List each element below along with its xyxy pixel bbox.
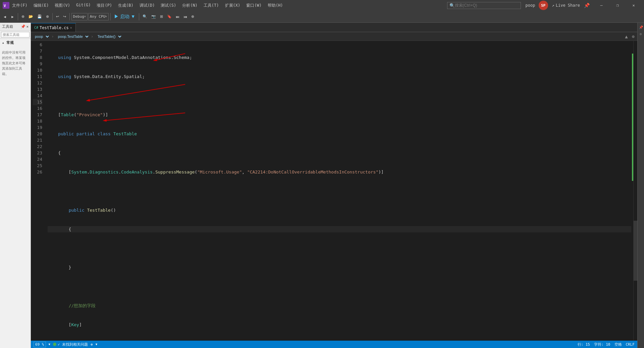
menu-window[interactable]: 窗口(W) bbox=[244, 1, 264, 10]
save-all-button[interactable]: ⊕ bbox=[44, 13, 51, 20]
debug-config-dropdown[interactable]: Debug ▼ bbox=[71, 13, 88, 20]
rs-pin-icon[interactable]: 📌 bbox=[638, 24, 644, 30]
code-line-18 bbox=[48, 283, 631, 290]
toolbar-separator-2 bbox=[52, 13, 53, 20]
toolbox-search-input[interactable] bbox=[1, 32, 30, 38]
live-share-icon: ↗ bbox=[552, 3, 554, 8]
code-editor[interactable]: 6 7 8 9 10 11 12 13 14 15 16 17 18 19 20… bbox=[31, 41, 637, 341]
expand-icon[interactable]: ⊕ bbox=[631, 34, 636, 39]
no-issues-label: ✓ 未找到相关问题 bbox=[58, 342, 88, 347]
search-input[interactable] bbox=[455, 3, 508, 8]
char-number-status[interactable]: 字符: 10 bbox=[594, 342, 610, 347]
code-line-16 bbox=[48, 245, 631, 252]
tab-testtable-label: TestTable.cs bbox=[40, 25, 69, 30]
line-numbers: 6 7 8 9 10 11 12 13 14 15 16 17 18 19 20… bbox=[31, 41, 44, 341]
minimap[interactable] bbox=[633, 41, 637, 341]
toolbox-close-icon[interactable]: ✕ bbox=[26, 24, 29, 29]
toolbar-separator-3 bbox=[69, 13, 70, 20]
code-lens-button[interactable]: ⊞ bbox=[158, 13, 165, 20]
snapshot-button[interactable]: 📷 bbox=[150, 13, 158, 20]
toolbox-empty-message: 此组中没有可用的控件。将某项拖至此文本可将其添加到工具箱。 bbox=[0, 48, 31, 79]
spaces-status[interactable]: 空格 bbox=[614, 342, 622, 347]
bookmark-button[interactable]: 🔖 bbox=[165, 13, 173, 20]
menu-build[interactable]: 生成(B) bbox=[115, 1, 136, 10]
search-icon: 🔍 bbox=[449, 3, 455, 8]
save-button[interactable]: 💾 bbox=[36, 13, 44, 20]
search-box[interactable]: 🔍 bbox=[447, 2, 521, 9]
code-line-10: public partial class TestTable bbox=[48, 131, 631, 137]
open-button[interactable]: 📂 bbox=[27, 13, 35, 20]
close-button[interactable]: ✕ bbox=[626, 0, 641, 11]
ok-icon bbox=[53, 343, 56, 346]
right-sidebar: 📌 ⚙ bbox=[637, 23, 644, 348]
user-avatar[interactable]: SP bbox=[539, 1, 548, 10]
project-title: poop bbox=[526, 3, 535, 8]
window-controls: — ❐ ✕ bbox=[594, 0, 641, 11]
method-select[interactable]: TestTable() bbox=[95, 33, 122, 40]
toolbox-section-header[interactable]: ▴ 常规 bbox=[2, 40, 29, 45]
zoom-dropdown-icon[interactable]: ▼ bbox=[49, 343, 50, 346]
new-button[interactable]: ⊕ bbox=[20, 13, 26, 20]
menu-file[interactable]: 文件(F) bbox=[9, 1, 30, 10]
code-header-right: ▲ ⊕ bbox=[624, 34, 636, 39]
menu-test[interactable]: 测试(S) bbox=[158, 1, 179, 10]
tab-bar: C# TestTable.cs ✕ bbox=[31, 23, 637, 32]
code-line-6: using System.ComponentModel.DataAnnotati… bbox=[48, 54, 631, 61]
menu-bar: 文件(F) 编辑(E) 视图(V) Git(G) 项目(P) 生成(B) 调试(… bbox=[9, 1, 444, 10]
namespace-select[interactable]: poop bbox=[32, 33, 50, 40]
add-bookmark-button[interactable]: ⊕ bbox=[190, 13, 196, 20]
back-button[interactable]: ◄ bbox=[1, 14, 8, 20]
maximize-button[interactable]: ❐ bbox=[610, 0, 625, 11]
run-button[interactable]: ▶ 启动 ▼ bbox=[112, 13, 137, 21]
debug-config-label: Debug bbox=[73, 14, 84, 19]
toolbox-header: 工具箱 📌 ✕ bbox=[0, 23, 31, 31]
menu-debug[interactable]: 调试(D) bbox=[137, 1, 158, 10]
forward-button[interactable]: ► bbox=[9, 14, 16, 20]
tab-testtable[interactable]: C# TestTable.cs ✕ bbox=[31, 23, 76, 32]
platform-dropdown[interactable]: Any CPU ▼ bbox=[88, 13, 109, 20]
next-button[interactable]: ⏭ bbox=[174, 14, 181, 20]
prev-button[interactable]: ⏮ bbox=[182, 14, 189, 20]
rs-settings-icon[interactable]: ⚙ bbox=[638, 31, 644, 37]
menu-help[interactable]: 帮助(H) bbox=[265, 1, 286, 10]
toolbox-pin-icon[interactable]: 📌 bbox=[21, 24, 25, 29]
code-content[interactable]: using System.ComponentModel.DataAnnotati… bbox=[44, 41, 631, 341]
code-breadcrumb: poop › poop.TestTable › TestTable() ▲ ⊕ bbox=[31, 32, 637, 41]
menu-tools[interactable]: 工具(T) bbox=[201, 1, 222, 10]
redo-button[interactable]: ↪ bbox=[61, 13, 68, 20]
code-line-17: } bbox=[48, 264, 631, 271]
issues-status[interactable]: ✓ 未找到相关问题 bbox=[53, 342, 88, 347]
undo-button[interactable]: ↩ bbox=[54, 13, 61, 20]
class-select[interactable]: poop.TestTable bbox=[55, 33, 90, 40]
code-line-9: [Table("Province")] bbox=[48, 112, 631, 118]
code-line-14: public TestTable() bbox=[48, 207, 631, 213]
search-toolbar-button[interactable]: 🔍 bbox=[141, 13, 149, 20]
menu-project[interactable]: 项目(P) bbox=[94, 1, 115, 10]
collapse-all-icon[interactable]: ▲ bbox=[624, 34, 629, 39]
toolbox-search-area[interactable] bbox=[0, 31, 31, 39]
line-number-status[interactable]: 行: 15 bbox=[578, 342, 590, 347]
editor-status-bar: 69 % ▼ ✓ 未找到相关问题 ⊕ ▼ 行: 15 字符: 10 空格 CRL… bbox=[31, 341, 637, 348]
toolbar-separator-5 bbox=[139, 13, 139, 20]
editor-area: C# TestTable.cs ✕ poop › poop.TestTable … bbox=[31, 23, 637, 348]
tab-close-icon[interactable]: ✕ bbox=[70, 26, 72, 29]
code-line-15: { bbox=[48, 226, 631, 232]
toolbar-separator-1 bbox=[18, 13, 18, 20]
pin-icon[interactable]: 📌 bbox=[584, 3, 590, 8]
change-status-caret[interactable]: ▼ bbox=[96, 343, 97, 346]
toolbar: ◄ ► ⊕ 📂 💾 ⊕ ↩ ↪ Debug ▼ Any CPU ▼ ▶ 启动 ▼… bbox=[0, 11, 644, 23]
minimize-button[interactable]: — bbox=[594, 0, 609, 11]
change-indicator-status-icon[interactable]: ⊕ bbox=[91, 342, 93, 347]
toolbox-panel: 工具箱 📌 ✕ ▴ 常规 此组中没有可用的控件。将某项拖至此文本可将其添加到工具… bbox=[0, 23, 31, 348]
toolbar-separator-4 bbox=[110, 13, 111, 20]
menu-edit[interactable]: 编辑(E) bbox=[31, 1, 52, 10]
debug-config-caret-icon: ▼ bbox=[84, 15, 86, 18]
titlebar: V 文件(F) 编辑(E) 视图(V) Git(G) 项目(P) 生成(B) 调… bbox=[0, 0, 644, 11]
menu-view[interactable]: 视图(V) bbox=[52, 1, 73, 10]
live-share-button[interactable]: ↗ Live Share bbox=[552, 3, 580, 8]
menu-git[interactable]: Git(G) bbox=[73, 1, 93, 10]
line-ending-status[interactable]: CRLF bbox=[626, 342, 635, 347]
zoom-level[interactable]: 69 % bbox=[34, 342, 46, 347]
menu-extensions[interactable]: 扩展(X) bbox=[222, 1, 243, 10]
menu-analyze[interactable]: 分析(N) bbox=[179, 1, 200, 10]
